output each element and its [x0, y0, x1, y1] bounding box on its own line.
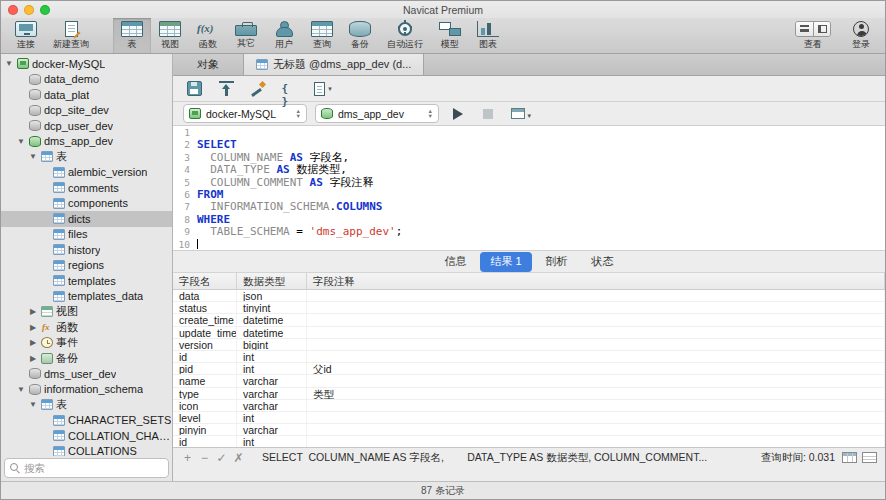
table-row[interactable]: create_timedatetime — [173, 314, 885, 326]
chevron-right-icon[interactable]: ▶ — [28, 323, 38, 332]
stop-button[interactable] — [477, 104, 499, 124]
toolbar-button-login[interactable]: 登录 — [843, 18, 879, 53]
grid-view-icon[interactable] — [842, 452, 857, 463]
chevron-down-icon[interactable]: ▼ — [16, 137, 26, 146]
tree-item-data_plat[interactable]: data_plat — [1, 87, 172, 103]
result-tab-result-1[interactable]: 结果 1 — [480, 252, 531, 272]
code-snippet-button[interactable] — [277, 79, 303, 99]
cell[interactable]: varchar — [237, 400, 307, 411]
add-record-button[interactable]: + — [181, 451, 194, 465]
cell[interactable]: status — [173, 302, 237, 313]
minimize-button[interactable] — [24, 5, 34, 15]
export-button[interactable] — [213, 79, 239, 99]
table-row[interactable]: idint — [173, 351, 885, 363]
discard-changes-button[interactable]: ✗ — [232, 451, 245, 465]
table-row[interactable]: namevarchar — [173, 375, 885, 387]
chevron-right-icon[interactable]: ▶ — [28, 307, 38, 316]
column-header-3[interactable]: 字段注释 — [307, 273, 885, 289]
cell[interactable] — [307, 339, 885, 350]
save-button[interactable] — [181, 79, 207, 99]
tree-item-dicts[interactable]: dicts — [1, 211, 172, 227]
detail-view-button[interactable] — [813, 22, 830, 36]
cell[interactable] — [307, 327, 885, 338]
toolbar-button-connection[interactable]: 连接 — [7, 18, 45, 53]
toolbar-button-query[interactable]: 查询 — [303, 18, 341, 53]
cell[interactable]: datetime — [237, 314, 307, 325]
apply-changes-button[interactable]: ✓ — [215, 451, 228, 465]
tab-untitled-query[interactable]: 无标题 @dms_app_dev (d... — [244, 54, 424, 75]
cell[interactable]: type — [173, 388, 237, 399]
toolbar-button-new-query[interactable]: 新建查询 — [45, 18, 97, 53]
close-button[interactable] — [8, 5, 18, 15]
tree-item-事件[interactable]: ▶事件 — [1, 335, 172, 351]
tree-item-dcp_site_dev[interactable]: dcp_site_dev — [1, 103, 172, 119]
cell[interactable]: varchar — [237, 388, 307, 399]
tree-item-dms_user_dev[interactable]: dms_user_dev — [1, 366, 172, 382]
explain-button[interactable] — [507, 104, 529, 124]
chevron-down-icon[interactable]: ▼ — [28, 152, 38, 161]
cell[interactable]: tinyint — [237, 302, 307, 313]
cell[interactable]: int — [237, 412, 307, 423]
cell[interactable]: id — [173, 351, 237, 362]
result-tab-info[interactable]: 信息 — [434, 252, 476, 272]
cell[interactable]: int — [237, 436, 307, 447]
tree-item-alembic_version[interactable]: alembic_version — [1, 165, 172, 181]
chevron-down-icon[interactable]: ▼ — [16, 385, 26, 394]
editor-line[interactable]: 9 TABLE_SCHEMA = 'dms_app_dev'; — [173, 226, 885, 238]
editor-line[interactable]: 5 COLUMN_COMMENT AS 字段注释 — [173, 177, 885, 189]
form-view-icon[interactable] — [862, 452, 877, 463]
cell[interactable]: version — [173, 339, 237, 350]
tree-item-templates_data[interactable]: templates_data — [1, 289, 172, 305]
cell[interactable] — [307, 436, 885, 447]
table-row[interactable]: statustinyint — [173, 302, 885, 314]
tree-item-history[interactable]: history — [1, 242, 172, 258]
tree-item-视图[interactable]: ▶视图 — [1, 304, 172, 320]
tree-item-dms_app_dev[interactable]: ▼dms_app_dev — [1, 134, 172, 150]
tree-item-regions[interactable]: regions — [1, 258, 172, 274]
table-row[interactable]: levelint — [173, 412, 885, 424]
database-select[interactable]: dms_app_dev — [315, 104, 439, 123]
sidebar-search-box[interactable] — [4, 458, 169, 478]
cell[interactable] — [307, 351, 885, 362]
chevron-right-icon[interactable]: ▶ — [28, 354, 38, 363]
table-row[interactable]: typevarchar类型 — [173, 388, 885, 400]
chevron-down-icon[interactable]: ▼ — [28, 400, 38, 409]
column-header-1[interactable]: 字段名 — [173, 273, 237, 289]
result-tab-status[interactable]: 状态 — [582, 252, 624, 272]
list-view-button[interactable] — [796, 22, 813, 36]
delete-record-button[interactable]: − — [198, 451, 211, 465]
cell[interactable]: icon — [173, 400, 237, 411]
sql-editor[interactable]: 12SELECT3 COLUMN_NAME AS 字段名,4 DATA_TYPE… — [173, 126, 885, 251]
toolbar-button-table[interactable]: 表 — [113, 18, 151, 53]
cell[interactable] — [307, 314, 885, 325]
cell[interactable] — [307, 424, 885, 435]
tree-item-COLLATIONS[interactable]: COLLATIONS — [1, 444, 172, 457]
toolbar-button-charts[interactable]: 图表 — [469, 18, 507, 53]
toolbar-button-function[interactable]: 函数 — [189, 18, 227, 53]
tree-item-表[interactable]: ▼表 — [1, 149, 172, 165]
zoom-button[interactable] — [40, 5, 50, 15]
cell[interactable]: int — [237, 351, 307, 362]
cell[interactable] — [307, 400, 885, 411]
cell[interactable]: datetime — [237, 327, 307, 338]
tab-objects[interactable]: 对象 — [173, 54, 244, 75]
editor-line[interactable]: 10 — [173, 239, 885, 251]
editor-line[interactable]: 1 — [173, 127, 885, 139]
cell[interactable]: varchar — [237, 375, 307, 386]
toolbar-button-model[interactable]: 模型 — [431, 18, 469, 53]
cell[interactable] — [307, 302, 885, 313]
cell[interactable]: update_time — [173, 327, 237, 338]
cell[interactable]: pinyin — [173, 424, 237, 435]
toolbar-button-user[interactable]: 用户 — [265, 18, 303, 53]
run-button[interactable] — [447, 104, 469, 124]
tree-item-表[interactable]: ▼表 — [1, 397, 172, 413]
cell[interactable]: level — [173, 412, 237, 423]
cell[interactable]: varchar — [237, 424, 307, 435]
table-row[interactable]: pinyinvarchar — [173, 424, 885, 436]
cell[interactable]: 类型 — [307, 388, 885, 399]
cell[interactable] — [307, 412, 885, 423]
tree-item-information_schema[interactable]: ▼information_schema — [1, 382, 172, 398]
tree-item-docker-MySQL[interactable]: ▼docker-MySQL — [1, 56, 172, 72]
table-row[interactable]: datajson — [173, 290, 885, 302]
tree-item-components[interactable]: components — [1, 196, 172, 212]
